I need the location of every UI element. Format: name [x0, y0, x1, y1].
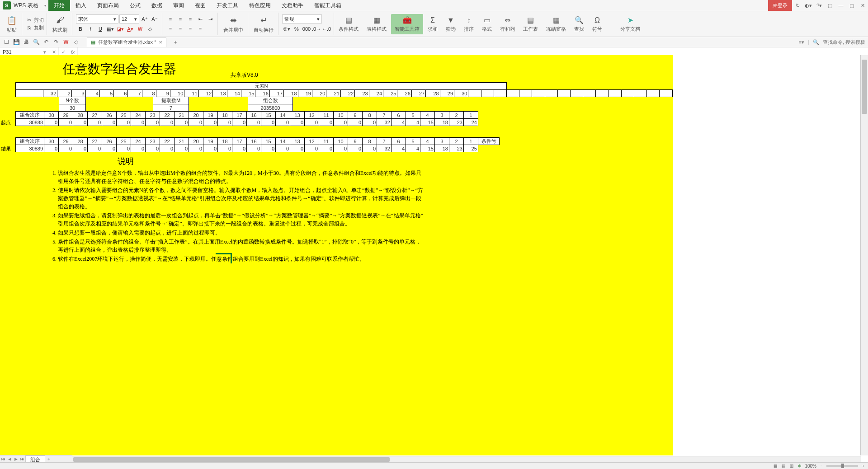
- menu-start[interactable]: 开始: [48, 0, 70, 11]
- worksheet-canvas[interactable]: 任意数字组合发生器 共享版V8.0 元素N 322345678910111213…: [0, 55, 673, 455]
- grow-font-button[interactable]: A⁺: [140, 14, 149, 23]
- zoom-out-button[interactable]: −: [818, 463, 825, 469]
- rowcol-button[interactable]: ⇔行和列: [496, 16, 519, 33]
- skin-icon[interactable]: ◐▾: [803, 0, 814, 11]
- sort-button[interactable]: ↕排序: [460, 16, 477, 33]
- comma-button[interactable]: 000: [302, 24, 311, 33]
- freeze-button[interactable]: ▦冻结窗格: [542, 16, 570, 33]
- save-icon[interactable]: 💾: [13, 38, 20, 46]
- wrap-button[interactable]: ↵自动换行: [252, 15, 275, 33]
- menu-page-layout[interactable]: 页面布局: [92, 0, 124, 11]
- reading-mode-icon[interactable]: ⊕: [797, 463, 803, 469]
- menu-insert[interactable]: 插入: [70, 0, 92, 11]
- undo-icon[interactable]: ↶: [42, 38, 50, 46]
- menu-formula[interactable]: 公式: [124, 0, 146, 11]
- align-left-button[interactable]: ≡: [166, 24, 175, 33]
- view-page-icon[interactable]: ▤: [780, 463, 787, 469]
- align-bot-button[interactable]: ≡: [186, 14, 195, 23]
- vertical-scrollbar[interactable]: [860, 55, 868, 455]
- border-button[interactable]: ▦▾: [106, 24, 115, 33]
- close-icon[interactable]: ✕: [857, 0, 868, 11]
- underline-button[interactable]: U: [96, 24, 105, 33]
- align-right-button[interactable]: ≡: [186, 24, 195, 33]
- currency-button[interactable]: ⑤▾: [282, 24, 291, 33]
- horizontal-scrollbar[interactable]: [72, 456, 861, 463]
- font-size-select[interactable]: 12▾: [119, 14, 139, 23]
- dec-inc-button[interactable]: .0→: [312, 24, 321, 33]
- add-sheet-button[interactable]: ＋: [45, 456, 52, 462]
- v-scroll-thumb[interactable]: [862, 60, 867, 114]
- zoom-in-button[interactable]: ＋: [860, 463, 866, 469]
- print-icon[interactable]: 🖶: [23, 38, 30, 46]
- ribbon-toggle-icon[interactable]: ⬚: [825, 0, 835, 11]
- indent-dec-button[interactable]: ⇤: [196, 14, 205, 23]
- symbol-button[interactable]: Ω符号: [589, 16, 606, 33]
- tab-close-icon[interactable]: ✕: [159, 40, 162, 45]
- menu-view[interactable]: 视图: [189, 0, 211, 11]
- search-icon[interactable]: 🔍: [813, 39, 819, 45]
- find-button[interactable]: 🔍查找: [571, 16, 588, 33]
- sheet-nav-next[interactable]: ▶: [13, 456, 19, 462]
- clear-icon[interactable]: ◇: [72, 38, 80, 46]
- fill-color-button[interactable]: ◪▾: [116, 24, 125, 33]
- maximize-icon[interactable]: ▢: [846, 0, 857, 11]
- minimize-icon[interactable]: —: [835, 0, 846, 11]
- description-block: 说明 该组合发生器是给定任意N个数，输出从中选出M个数的组合的软件。N最大为12…: [50, 157, 425, 264]
- sheet-button[interactable]: ▤工作表: [519, 16, 542, 33]
- sheet-nav-prev[interactable]: ◀: [6, 456, 13, 462]
- align-mid-button[interactable]: ≡: [176, 14, 185, 23]
- document-tab[interactable]: ▦ 任意数字组合发生器.xlsx * ✕: [87, 38, 166, 47]
- wps-cloud-button[interactable]: W: [136, 24, 145, 33]
- font-name-select[interactable]: 宋体▾: [76, 14, 118, 23]
- clear-format-button[interactable]: ◇: [146, 24, 155, 33]
- menu-doc-helper[interactable]: 文档助手: [276, 0, 309, 11]
- tab-list-icon[interactable]: ≡▾: [799, 39, 804, 45]
- bold-button[interactable]: B: [76, 24, 85, 33]
- view-break-icon[interactable]: ▥: [788, 463, 795, 469]
- add-tab-button[interactable]: ＋: [172, 38, 179, 46]
- table-style-button[interactable]: ▦表格样式: [363, 16, 390, 33]
- filter-button[interactable]: ▼筛选: [442, 16, 459, 33]
- menu-special[interactable]: 特色应用: [244, 0, 276, 11]
- grid-area[interactable]: 任意数字组合发生器 共享版V8.0 元素N 322345678910111213…: [0, 55, 861, 455]
- smart-toolbox-button[interactable]: 🧰智能工具箱: [391, 14, 423, 34]
- redo-icon[interactable]: ↷: [52, 38, 60, 46]
- italic-button[interactable]: I: [86, 24, 95, 33]
- font-color-button[interactable]: A▾: [126, 24, 135, 33]
- print-preview-icon[interactable]: 🔍: [33, 38, 40, 46]
- format-painter-button[interactable]: 🖌格式刷: [51, 15, 69, 33]
- sheet-nav-last[interactable]: ⏭: [19, 456, 25, 462]
- menu-review[interactable]: 审阅: [168, 0, 189, 11]
- percent-button[interactable]: %: [292, 24, 301, 33]
- dec-dec-button[interactable]: ←.0: [322, 24, 331, 33]
- help-icon[interactable]: ?▾: [814, 0, 825, 11]
- new-icon[interactable]: ☐: [3, 38, 10, 46]
- number-format-select[interactable]: 常规▾: [282, 14, 322, 23]
- wps-w-icon[interactable]: W: [62, 38, 70, 46]
- merge-button[interactable]: ⬌合并居中: [222, 15, 245, 33]
- copy-button[interactable]: ⎘复制: [26, 24, 44, 32]
- app-menu-drop[interactable]: ▾: [42, 2, 48, 9]
- paste-button[interactable]: 📋粘贴: [5, 15, 19, 33]
- h-scroll-thumb[interactable]: [73, 457, 390, 462]
- sum-button[interactable]: Σ求和: [424, 16, 441, 33]
- align-top-button[interactable]: ≡: [166, 14, 175, 23]
- cond-format-button[interactable]: ▤条件格式: [335, 16, 362, 33]
- login-button[interactable]: 未登录: [768, 0, 792, 11]
- share-button[interactable]: ➤分享文档: [617, 16, 644, 33]
- view-normal-icon[interactable]: ▦: [772, 463, 778, 469]
- menu-smart-tools[interactable]: 智能工具箱: [309, 0, 347, 11]
- sync-icon[interactable]: ↻: [792, 0, 803, 11]
- sheet-nav-first[interactable]: ⏮: [0, 456, 6, 462]
- zoom-slider[interactable]: [826, 465, 858, 467]
- cut-button[interactable]: ✂剪切: [26, 16, 44, 24]
- justify-button[interactable]: ≡: [196, 24, 205, 33]
- sheet-tab[interactable]: 组合: [25, 455, 45, 463]
- shrink-font-button[interactable]: A⁻: [150, 14, 159, 23]
- indent-inc-button[interactable]: ⇥: [206, 14, 215, 23]
- format-button[interactable]: ▭格式: [478, 16, 495, 33]
- menu-data[interactable]: 数据: [146, 0, 168, 11]
- align-center-button[interactable]: ≡: [176, 24, 185, 33]
- menu-dev[interactable]: 开发工具: [211, 0, 244, 11]
- search-placeholder[interactable]: 查找命令, 搜索模板: [823, 39, 865, 46]
